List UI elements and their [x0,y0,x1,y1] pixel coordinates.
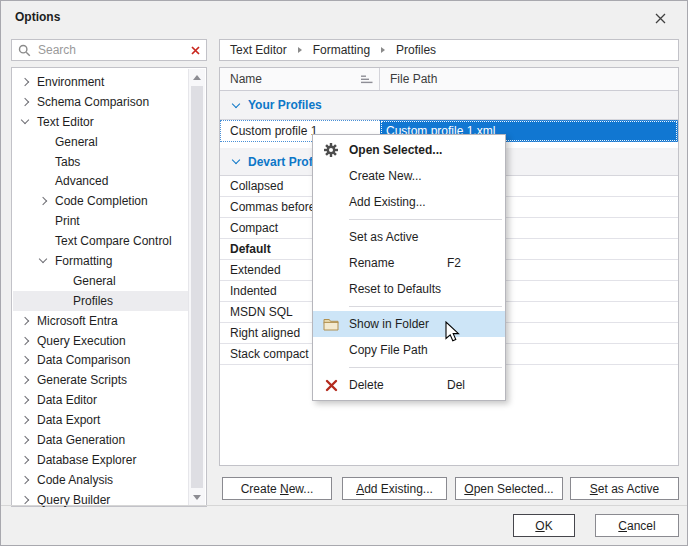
breadcrumb-item-text-editor[interactable]: Text Editor [230,43,287,57]
ok-button[interactable]: OK [513,514,575,537]
tree-item-query-builder[interactable]: Query Builder [13,490,189,510]
chevron-right-icon[interactable] [19,79,37,85]
tree-item-advanced[interactable]: Advanced [13,171,189,191]
context-menu: Open Selected... Create New... Add Exist… [312,134,506,401]
tree-item-generate-scripts[interactable]: Generate Scripts [13,370,189,390]
tree-item-microsoft-entra[interactable]: Microsoft Entra [13,311,189,331]
menu-item-reset-to-defaults[interactable]: Reset to Defaults [313,276,505,302]
menu-item-open-selected[interactable]: Open Selected... [313,137,505,163]
tree-item-formatting[interactable]: Formatting [13,251,189,271]
menu-item-copy-file-path[interactable]: Copy File Path [313,337,505,363]
tree-item-data-editor[interactable]: Data Editor [13,390,189,410]
delete-icon [313,379,349,392]
chevron-right-icon[interactable] [19,477,37,483]
sort-ascending-icon [361,75,373,84]
chevron-right-icon[interactable] [19,377,37,383]
tree-scrollbar[interactable] [188,69,205,505]
breadcrumb-item-formatting[interactable]: Formatting [313,43,370,57]
mouse-cursor-icon [445,321,460,346]
chevron-right-icon[interactable] [19,357,37,363]
breadcrumb-separator-icon [381,47,385,53]
tree-item-query-execution[interactable]: Query Execution [13,331,189,351]
clear-search-icon[interactable] [191,46,200,55]
table-header: Name File Path [220,68,678,91]
tree-item-text-editor[interactable]: Text Editor [13,112,189,132]
scroll-up-icon[interactable] [189,69,205,85]
chevron-right-icon[interactable] [19,318,37,324]
breadcrumb-separator-icon [298,47,302,53]
chevron-right-icon[interactable] [19,338,37,344]
tree-item-data-export[interactable]: Data Export [13,410,189,430]
menu-item-rename[interactable]: RenameF2 [313,250,505,276]
chevron-down-icon[interactable] [37,259,55,262]
group-header-your-profiles[interactable]: Your Profiles [220,91,678,120]
chevron-down-icon [232,156,240,164]
search-input[interactable] [36,42,186,58]
cancel-button[interactable]: Cancel [595,514,679,537]
search-box [11,39,207,61]
chevron-right-icon[interactable] [37,198,55,204]
tree-item-database-explorer[interactable]: Database Explorer [13,450,189,470]
breadcrumb-item-profiles[interactable]: Profiles [396,43,436,57]
folder-icon [313,318,349,331]
tree-item-general[interactable]: General [13,132,189,152]
tree-item-code-analysis[interactable]: Code Analysis [13,470,189,490]
scrollbar-thumb[interactable] [191,86,203,488]
chevron-right-icon[interactable] [19,99,37,105]
options-tree: Environment Schema Comparison Text Edito… [11,67,207,507]
menu-separator [349,306,502,307]
close-icon[interactable] [653,11,667,25]
tree-item-text-compare-control[interactable]: Text Compare Control [13,231,189,251]
set-as-active-button[interactable]: Set as Active [570,477,679,500]
tree-item-data-generation[interactable]: Data Generation [13,430,189,450]
search-icon [18,44,31,57]
menu-item-create-new[interactable]: Create New... [313,163,505,189]
shortcut-label: Del [447,378,495,392]
tree-item-code-completion[interactable]: Code Completion [13,191,189,211]
chevron-right-icon[interactable] [19,417,37,423]
column-header-file-path[interactable]: File Path [380,68,678,90]
menu-item-show-in-folder[interactable]: Show in Folder [313,311,505,337]
options-dialog: Options Text Editor Formatting Profiles … [0,0,688,546]
tree-item-tabs[interactable]: Tabs [13,152,189,172]
tree-item-schema-comparison[interactable]: Schema Comparison [13,92,189,112]
dialog-title: Options [15,10,60,24]
add-existing-button[interactable]: Add Existing... [342,477,447,500]
create-new-button[interactable]: Create New... [222,477,332,500]
column-header-name[interactable]: Name [220,68,380,90]
tree-item-profiles[interactable]: Profiles [13,291,189,311]
shortcut-label: F2 [447,256,495,270]
tree-item-data-comparison[interactable]: Data Comparison [13,350,189,370]
bottom-separator [1,505,688,506]
chevron-down-icon [232,99,240,107]
breadcrumb: Text Editor Formatting Profiles [219,39,679,61]
menu-item-delete[interactable]: Delete Del [313,372,505,398]
chevron-down-icon[interactable] [19,120,37,123]
menu-separator [349,367,502,368]
menu-item-set-as-active[interactable]: Set as Active [313,224,505,250]
gear-icon [313,142,349,158]
tree-item-print[interactable]: Print [13,211,189,231]
menu-separator [349,219,502,220]
open-selected-button[interactable]: Open Selected... [455,477,563,500]
chevron-right-icon[interactable] [19,457,37,463]
scroll-down-icon[interactable] [189,489,205,505]
chevron-right-icon[interactable] [19,437,37,443]
menu-item-add-existing[interactable]: Add Existing... [313,189,505,215]
chevron-right-icon[interactable] [19,497,37,503]
tree-item-formatting-general[interactable]: General [13,271,189,291]
chevron-right-icon[interactable] [19,397,37,403]
tree-item-environment[interactable]: Environment [13,72,189,92]
